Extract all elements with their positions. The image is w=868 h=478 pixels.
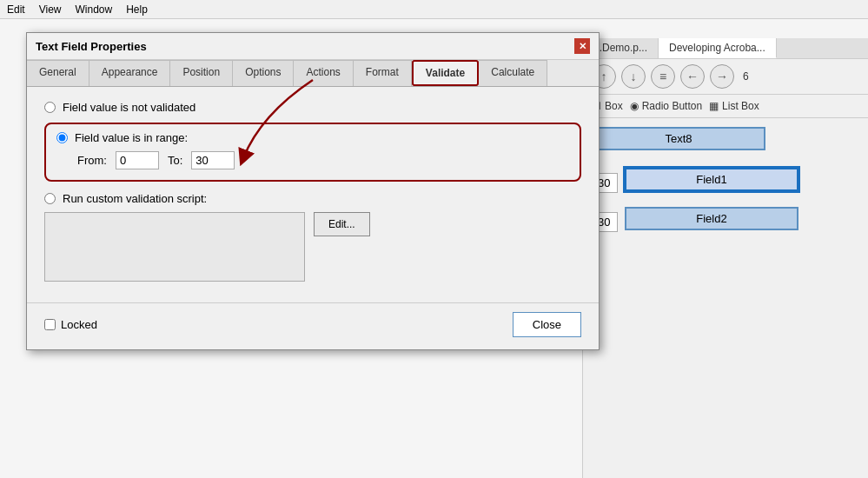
dialog-title: Text Field Properties	[36, 40, 147, 53]
range-inputs: From: To:	[77, 151, 569, 169]
option-not-validated-radio[interactable]	[44, 102, 56, 113]
browser-tab-acrobat[interactable]: Developing Acroba...	[659, 38, 777, 58]
tool-listbox-label: List Box	[722, 100, 759, 112]
tab-position[interactable]: Position	[170, 60, 233, 86]
tab-actions[interactable]: Actions	[294, 60, 353, 86]
page-number: 6	[743, 70, 749, 83]
script-section: Run custom validation script: Edit...	[44, 192, 581, 282]
tab-general[interactable]: General	[27, 60, 89, 86]
field2-row: 30 Field2	[592, 207, 859, 237]
tab-calculate[interactable]: Calculate	[479, 60, 547, 86]
range-group: Field value is in range: From: To:	[44, 123, 581, 182]
menu-view[interactable]: View	[39, 3, 62, 16]
tools-row: ☐ Box ◉ Radio Button ▦ List Box	[583, 95, 868, 118]
dialog-title-bar: Text Field Properties ✕	[27, 33, 599, 60]
text8-field[interactable]: Text8	[592, 127, 765, 150]
listbox-icon: ▦	[709, 100, 719, 112]
option-script-label: Run custom validation script:	[63, 192, 207, 205]
field2-box[interactable]: Field2	[625, 207, 798, 230]
menu-edit[interactable]: Edit	[7, 3, 25, 16]
from-input[interactable]	[116, 151, 159, 169]
nav-forward-btn[interactable]: →	[710, 64, 734, 89]
to-input[interactable]	[191, 151, 235, 169]
app-background: ...Demo.p... Developing Acroba... ↑ ↓ ≡ …	[0, 19, 868, 478]
tab-appearance[interactable]: Appearance	[89, 60, 171, 86]
tool-listbox[interactable]: ▦ List Box	[709, 100, 759, 112]
dialog-footer: Locked Close	[27, 302, 599, 349]
field1-row: 30 Field1	[592, 168, 859, 198]
canvas-area: Text8 30 Field1 30 Field2	[583, 118, 868, 255]
tab-format[interactable]: Format	[354, 60, 412, 86]
dialog-tabs: General Appearance Position Options Acti…	[27, 60, 599, 87]
tab-validate[interactable]: Validate	[412, 60, 479, 86]
script-textarea[interactable]	[44, 212, 305, 282]
option-range-radio[interactable]	[56, 132, 68, 143]
option-script-radio[interactable]	[44, 193, 56, 204]
menu-window[interactable]: Window	[75, 3, 112, 16]
menu-bar: Edit View Window Help	[0, 0, 868, 19]
locked-row: Locked	[44, 318, 97, 331]
tool-box-label: Box	[605, 100, 623, 112]
dialog-close-button[interactable]: ✕	[574, 38, 590, 54]
menu-help[interactable]: Help	[126, 3, 148, 16]
radio-icon: ◉	[630, 100, 639, 112]
browser-tabs: ...Demo.p... Developing Acroba...	[583, 38, 868, 59]
option-script-row: Run custom validation script:	[44, 192, 581, 205]
dialog: Text Field Properties ✕ General Appearan…	[26, 32, 600, 350]
option-range-label: Field value is in range:	[75, 131, 188, 144]
nav-down-btn[interactable]: ↓	[621, 64, 646, 89]
nav-toolbar: ↑ ↓ ≡ ← → 6	[583, 59, 868, 95]
close-button[interactable]: Close	[513, 312, 581, 337]
field1-box[interactable]: Field1	[625, 168, 798, 191]
edit-button[interactable]: Edit...	[314, 212, 370, 236]
right-panel: ...Demo.p... Developing Acroba... ↑ ↓ ≡ …	[582, 38, 868, 478]
locked-checkbox[interactable]	[44, 319, 56, 330]
dialog-content: Field value is not validated Field value…	[27, 87, 599, 295]
option-not-validated-row: Field value is not validated	[44, 101, 581, 114]
tool-radio-label: Radio Button	[642, 100, 702, 112]
script-area-row: Edit...	[44, 212, 581, 282]
from-label: From:	[77, 154, 107, 167]
locked-label: Locked	[61, 318, 97, 331]
nav-menu-btn[interactable]: ≡	[651, 64, 675, 89]
tab-options[interactable]: Options	[233, 60, 294, 86]
option-range-row: Field value is in range:	[56, 131, 569, 144]
option-not-validated-label: Field value is not validated	[63, 101, 195, 114]
nav-back-btn[interactable]: ←	[680, 64, 705, 89]
to-label: To:	[168, 154, 182, 167]
tool-radio[interactable]: ◉ Radio Button	[630, 100, 702, 112]
